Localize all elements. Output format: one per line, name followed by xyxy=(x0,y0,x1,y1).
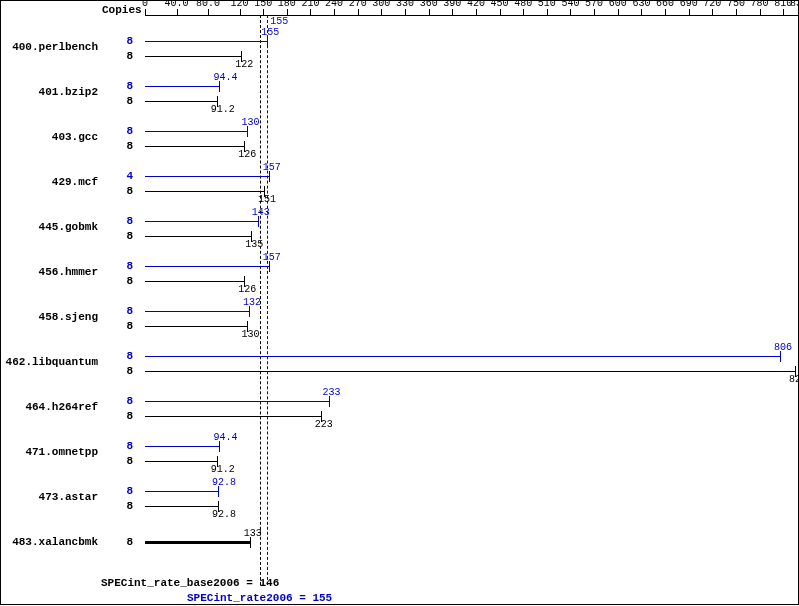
peak-bar xyxy=(145,446,219,447)
base-copies: 8 xyxy=(126,50,133,62)
x-tick xyxy=(429,9,430,15)
base-value: 126 xyxy=(238,284,256,295)
x-tick-label: 600 xyxy=(609,0,627,9)
peak-value: 94.4 xyxy=(213,72,237,83)
base-value: 122 xyxy=(235,59,253,70)
x-tick-label: 360 xyxy=(420,0,438,9)
chart-area: 040.080.01201501802102402703003303603904… xyxy=(145,1,799,606)
peak-bar xyxy=(145,131,247,132)
base-bar xyxy=(145,236,251,237)
x-tick-label: 40.0 xyxy=(165,0,189,9)
base-copies: 8 xyxy=(126,536,133,548)
x-tick xyxy=(405,9,406,15)
peak-copies: 8 xyxy=(126,485,133,497)
peak-value: 132 xyxy=(243,297,261,308)
peak-bar xyxy=(145,221,258,222)
base-value: 91.2 xyxy=(211,464,235,475)
base-value: 135 xyxy=(245,239,263,250)
peak-copies: 8 xyxy=(126,440,133,452)
peak-value: 806 xyxy=(774,342,792,353)
x-tick-label: 750 xyxy=(727,0,745,9)
x-tick-label: 150 xyxy=(254,0,272,9)
base-copies: 8 xyxy=(126,500,133,512)
base-copies: 8 xyxy=(126,455,133,467)
peak-bar xyxy=(145,356,780,357)
refline-peak xyxy=(267,15,268,585)
x-tick-label: 830 xyxy=(790,0,799,9)
base-copies: 8 xyxy=(126,230,133,242)
x-tick xyxy=(689,9,690,15)
base-value: 92.8 xyxy=(212,509,236,520)
chart-frame: Copies 400.perlbench88401.bzip288403.gcc… xyxy=(0,0,799,605)
base-copies: 8 xyxy=(126,275,133,287)
x-tick xyxy=(177,9,178,15)
base-bar xyxy=(145,281,244,282)
footer-peak-label: SPECint_rate2006 = 155 xyxy=(187,592,332,604)
base-bar xyxy=(145,326,247,327)
peak-value: 157 xyxy=(263,162,281,173)
x-tick xyxy=(500,9,501,15)
peak-value: 157 xyxy=(263,252,281,263)
peak-value: 92.8 xyxy=(212,477,236,488)
x-tick xyxy=(334,9,335,15)
base-copies: 8 xyxy=(126,365,133,377)
base-bar xyxy=(145,101,217,102)
x-axis xyxy=(145,15,799,16)
x-tick-label: 180 xyxy=(278,0,296,9)
benchmark-label: 471.omnetpp xyxy=(25,446,98,458)
benchmark-label: 473.astar xyxy=(39,491,98,503)
x-tick-label: 420 xyxy=(467,0,485,9)
x-tick-label: 660 xyxy=(656,0,674,9)
x-tick xyxy=(760,9,761,15)
peak-copies: 4 xyxy=(126,170,133,182)
x-tick xyxy=(208,9,209,15)
peak-copies: 8 xyxy=(126,35,133,47)
peak-copies: 8 xyxy=(126,395,133,407)
footer-base-label: SPECint_rate_base2006 = 146 xyxy=(101,577,279,589)
peak-value: 94.4 xyxy=(213,432,237,443)
base-copies: 8 xyxy=(126,95,133,107)
x-tick-label: 270 xyxy=(349,0,367,9)
x-tick xyxy=(452,9,453,15)
benchmark-label: 458.sjeng xyxy=(39,311,98,323)
base-bar xyxy=(145,506,218,507)
peak-bar xyxy=(145,311,249,312)
peak-copies: 8 xyxy=(126,260,133,272)
x-tick xyxy=(570,9,571,15)
base-bar xyxy=(145,541,250,544)
x-tick xyxy=(594,9,595,15)
base-value: 133 xyxy=(244,528,262,539)
base-bar xyxy=(145,191,264,192)
base-value: 223 xyxy=(315,419,333,430)
x-tick xyxy=(618,9,619,15)
x-tick xyxy=(736,9,737,15)
peak-value: 155 xyxy=(261,27,279,38)
benchmark-label: 464.h264ref xyxy=(25,401,98,413)
peak-copies: 8 xyxy=(126,80,133,92)
x-tick xyxy=(381,9,382,15)
base-value: 130 xyxy=(241,329,259,340)
base-value: 151 xyxy=(258,194,276,205)
x-tick-label: 0 xyxy=(142,0,148,9)
peak-bar xyxy=(145,491,218,492)
peak-copies: 8 xyxy=(126,350,133,362)
x-tick xyxy=(358,9,359,15)
x-tick xyxy=(783,9,784,15)
x-tick-label: 540 xyxy=(561,0,579,9)
benchmark-label: 401.bzip2 xyxy=(39,86,98,98)
base-copies: 8 xyxy=(126,320,133,332)
x-tick xyxy=(476,9,477,15)
x-tick-label: 300 xyxy=(372,0,390,9)
base-value: 91.2 xyxy=(211,104,235,115)
base-bar xyxy=(145,461,217,462)
base-bar xyxy=(145,371,795,372)
benchmark-label: 456.hmmer xyxy=(39,266,98,278)
benchmark-label: 429.mcf xyxy=(52,176,98,188)
refline-peak-tick-label: 155 xyxy=(270,16,288,27)
benchmark-label: 403.gcc xyxy=(52,131,98,143)
label-column: Copies 400.perlbench88401.bzip288403.gcc… xyxy=(1,1,143,606)
x-tick-label: 780 xyxy=(751,0,769,9)
x-tick-label: 330 xyxy=(396,0,414,9)
base-bar xyxy=(145,416,321,417)
x-tick xyxy=(712,9,713,15)
